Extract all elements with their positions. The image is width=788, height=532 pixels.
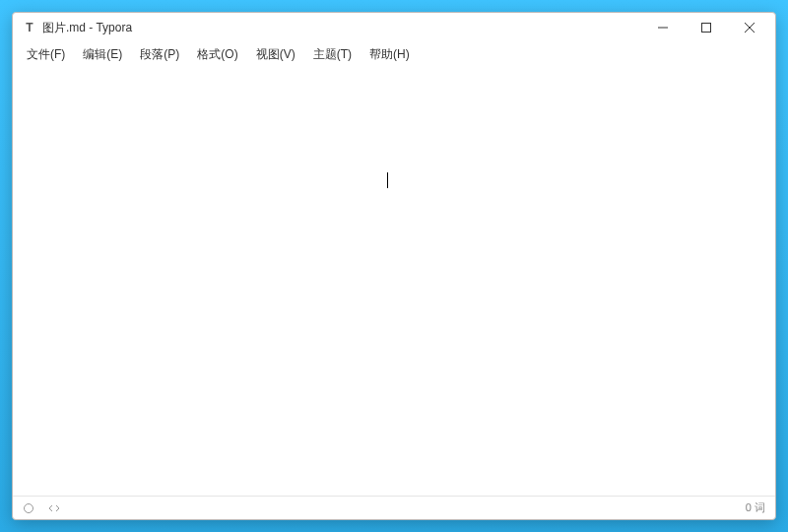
code-icon	[48, 502, 60, 514]
maximize-button[interactable]	[685, 13, 728, 42]
statusbar: 0 词	[13, 496, 775, 519]
svg-rect-1	[702, 24, 711, 33]
app-icon: T	[23, 21, 36, 34]
menu-help[interactable]: 帮助(H)	[361, 44, 418, 65]
titlebar[interactable]: T 图片.md - Typora	[13, 13, 775, 42]
menu-edit[interactable]: 编辑(E)	[75, 44, 130, 65]
minimize-icon	[658, 23, 668, 33]
menu-file[interactable]: 文件(F)	[19, 44, 73, 65]
editor-area[interactable]	[13, 66, 775, 496]
app-window: T 图片.md - Typora 文件(F) 编辑(E) 段落(P) 格式(O)…	[12, 12, 776, 520]
maximize-icon	[701, 23, 711, 33]
menubar: 文件(F) 编辑(E) 段落(P) 格式(O) 视图(V) 主题(T) 帮助(H…	[13, 42, 775, 66]
desktop-background: T 图片.md - Typora 文件(F) 编辑(E) 段落(P) 格式(O)…	[0, 0, 788, 532]
close-icon	[745, 23, 755, 33]
source-mode-button[interactable]	[48, 502, 60, 514]
menu-format[interactable]: 格式(O)	[189, 44, 245, 65]
menu-theme[interactable]: 主题(T)	[305, 44, 360, 65]
close-button[interactable]	[728, 13, 771, 42]
word-count[interactable]: 0 词	[746, 500, 765, 515]
text-cursor	[387, 172, 388, 188]
window-title: 图片.md - Typora	[42, 20, 132, 36]
circle-icon	[23, 502, 34, 514]
window-controls	[641, 13, 771, 42]
sidebar-toggle-button[interactable]	[23, 502, 34, 514]
menu-paragraph[interactable]: 段落(P)	[132, 44, 187, 65]
svg-point-4	[25, 503, 33, 512]
minimize-button[interactable]	[641, 13, 685, 42]
menu-view[interactable]: 视图(V)	[248, 44, 303, 65]
